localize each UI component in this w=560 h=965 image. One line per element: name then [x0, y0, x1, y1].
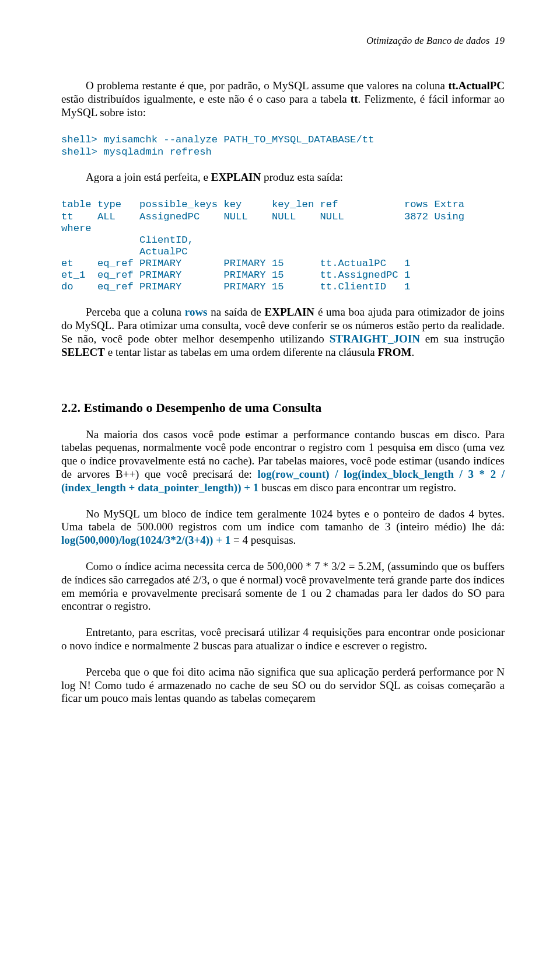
text: buscas em disco para encontrar um regist… [258, 481, 456, 494]
header-title: Otimização de Banco de dados [366, 35, 490, 46]
text: = 4 pesquisas. [230, 534, 296, 546]
document-page: Otimização de Banco de dados 19 O proble… [0, 0, 560, 731]
paragraph-5: No MySQL um bloco de índice tem geralmen… [61, 508, 505, 547]
spacer [61, 550, 505, 560]
code-block-1: shell> myisamchk --analyze PATH_TO_MYSQL… [61, 134, 505, 158]
text: produz esta saída: [261, 171, 343, 183]
spacer [61, 655, 505, 666]
keyword: EXPLAIN [265, 306, 315, 318]
paragraph-4: Na maioria dos casos você pode estimar a… [61, 428, 505, 495]
page-number: 19 [495, 35, 505, 46]
keyword: STRAIGHT_JOIN [330, 333, 420, 345]
spacer [61, 497, 505, 508]
spacer [61, 121, 505, 132]
paragraph-8: Perceba que o que foi dito acima não sig… [61, 666, 505, 705]
spacer [61, 295, 505, 306]
page-header: Otimização de Banco de dados 19 [61, 35, 505, 47]
keyword: SELECT [61, 346, 105, 358]
text: No MySQL um bloco de índice tem geralmen… [61, 508, 505, 533]
code-block-2: table type possible_keys key key_len ref… [61, 199, 505, 293]
paragraph-6: Como o índice acima necessita cerca de 5… [61, 560, 505, 613]
spacer [61, 186, 505, 197]
section-heading: 2.2. Estimando o Desempenho de uma Consu… [61, 400, 505, 415]
keyword: FROM [377, 346, 411, 358]
paragraph-3: Perceba que a coluna rows na saída de EX… [61, 306, 505, 359]
text: e tentar listar as tabelas em uma ordem … [105, 346, 377, 358]
inline-code: tt [351, 93, 358, 105]
text: O problema restante é que, por padrão, o… [86, 79, 448, 92]
text: estão distribuídos igualmente, e este nã… [61, 93, 351, 105]
inline-code: tt.ActualPC [448, 79, 505, 92]
text: na saída de [208, 306, 265, 318]
paragraph-7: Entretanto, para escritas, você precisar… [61, 626, 505, 653]
keyword: rows [185, 306, 208, 318]
spacer [61, 160, 505, 171]
text: Agora a join está perfeita, e [86, 171, 211, 183]
paragraph-2: Agora a join está perfeita, e EXPLAIN pr… [61, 171, 505, 184]
formula: log(500,000)/log(1024/3*2/(3+4)) + 1 [61, 534, 230, 546]
text: . [411, 346, 414, 358]
text: Perceba que a coluna [86, 306, 185, 318]
keyword: EXPLAIN [211, 171, 261, 183]
spacer [61, 616, 505, 626]
text: em sua instrução [420, 333, 505, 345]
paragraph-1: O problema restante é que, por padrão, o… [61, 79, 505, 119]
